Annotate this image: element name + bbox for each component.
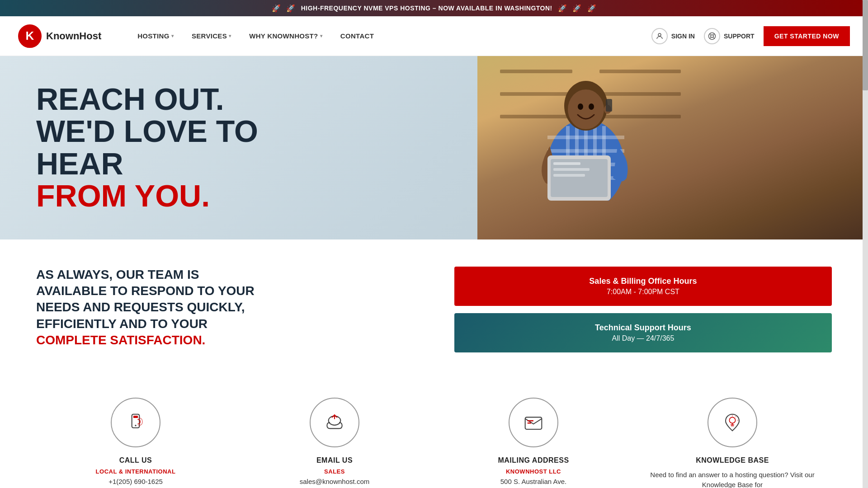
call-us-detail: +1(205) 690-1625	[108, 477, 163, 487]
announcement-text: HIGH-FREQUENCY NVME VPS HOSTING – NOW AV…	[301, 5, 552, 12]
announcement-bar: 🚀 🚀 HIGH-FREQUENCY NVME VPS HOSTING – NO…	[0, 0, 868, 16]
svg-rect-41	[528, 420, 533, 422]
knowledge-title: KNOWLEDGE BASE	[696, 456, 769, 465]
header: KnownHost HOSTING ▾ SERVICES ▾ WHY KNOWN…	[0, 16, 868, 56]
hero-line2: WE'D LOVE TO	[36, 114, 258, 148]
contact-icons-section: CALL US LOCAL & INTERNATIONAL +1(205) 69…	[0, 380, 868, 488]
svg-line-3	[710, 33, 711, 34]
hero-image	[477, 56, 868, 239]
svg-line-5	[713, 33, 714, 34]
info-cards: Sales & Billing Office Hours 7:00AM - 7:…	[454, 267, 832, 352]
nav-why-knownhost[interactable]: WHY KNOWNHOST? ▾	[240, 16, 331, 56]
nav-contact[interactable]: CONTACT	[331, 16, 383, 56]
rocket-icon-right2: 🚀	[572, 4, 582, 13]
sales-card-title: Sales & Billing Office Hours	[468, 277, 818, 286]
email-icon	[323, 411, 346, 434]
info-line2: AVAILABLE TO RESPOND TO YOUR	[36, 284, 255, 298]
nav-hosting[interactable]: HOSTING ▾	[128, 16, 183, 56]
svg-rect-9	[500, 92, 572, 96]
email-us-detail: sales@knownhost.com	[300, 477, 369, 487]
svg-rect-33	[553, 168, 590, 171]
header-actions: SIGN IN SUPPORT GET STARTED NOW	[651, 26, 850, 46]
knowledge-icon-circle	[708, 398, 757, 447]
rocket-icon-right1: 🚀	[558, 4, 567, 13]
mailing-address-item: MAILING ADDRESS KNOWNHOST LLC 500 S. Aus…	[434, 398, 633, 488]
svg-rect-10	[500, 115, 572, 118]
info-line1: AS ALWAYS, OUR TEAM IS	[36, 267, 199, 282]
svg-rect-34	[553, 174, 585, 177]
svg-line-4	[713, 37, 714, 38]
info-section: AS ALWAYS, OUR TEAM IS AVAILABLE TO RESP…	[0, 239, 868, 380]
svg-rect-36	[133, 416, 138, 418]
scrollbar[interactable]	[863, 0, 868, 488]
rocket-icon-mid: 🚀	[286, 4, 296, 13]
svg-line-48	[736, 416, 736, 417]
mail-icon	[522, 411, 545, 434]
svg-point-0	[658, 33, 661, 36]
svg-point-2	[711, 35, 713, 38]
hero-line1: REACH OUT.	[36, 82, 224, 116]
scrollbar-thumb[interactable]	[863, 0, 868, 90]
hero-heading: REACH OUT. WE'D LOVE TO HEAR FROM YOU.	[36, 83, 441, 212]
hero-line4: FROM YOU.	[36, 178, 210, 213]
sales-card: Sales & Billing Office Hours 7:00AM - 7:…	[454, 267, 832, 306]
svg-point-43	[729, 417, 735, 423]
email-us-subtitle: SALES	[324, 468, 345, 475]
mailing-title: MAILING ADDRESS	[498, 456, 569, 465]
nav-services[interactable]: SERVICES ▾	[183, 16, 240, 56]
call-us-title: CALL US	[119, 456, 152, 465]
svg-point-26	[578, 103, 583, 110]
email-us-item: EMAIL US SALES sales@knownhost.com	[235, 398, 434, 488]
knowledge-icon	[721, 411, 744, 434]
info-text-block: AS ALWAYS, OUR TEAM IS AVAILABLE TO RESP…	[36, 267, 418, 349]
svg-rect-32	[553, 162, 580, 165]
info-heading: AS ALWAYS, OUR TEAM IS AVAILABLE TO RESP…	[36, 267, 418, 349]
logo-text: KnownHost	[46, 30, 101, 42]
hero-section: REACH OUT. WE'D LOVE TO HEAR FROM YOU.	[0, 56, 868, 239]
chevron-down-icon: ▾	[229, 33, 231, 38]
svg-point-37	[135, 425, 136, 426]
tech-card-hours: All Day — 24/7/365	[468, 334, 818, 343]
svg-rect-29	[606, 99, 612, 112]
rocket-icon-left: 🚀	[272, 4, 281, 13]
email-icon-circle	[310, 398, 359, 447]
call-us-subtitle: LOCAL & INTERNATIONAL	[96, 468, 176, 475]
info-line4: EFFICIENTLY AND TO YOUR	[36, 317, 208, 331]
knowledge-detail: Need to find an answer to a hosting ques…	[642, 470, 823, 488]
info-line3: NEEDS AND REQUESTS QUICKLY,	[36, 300, 245, 314]
email-us-title: EMAIL US	[316, 456, 353, 465]
rocket-icon-right3: 🚀	[587, 4, 597, 13]
call-us-item: CALL US LOCAL & INTERNATIONAL +1(205) 69…	[36, 398, 235, 488]
knowledge-base-item: KNOWLEDGE BASE Need to find an answer to…	[633, 398, 832, 488]
svg-line-6	[710, 37, 711, 38]
mail-icon-circle	[509, 398, 558, 447]
mailing-subtitle: KNOWNHOST LLC	[506, 468, 561, 475]
svg-rect-12	[599, 92, 681, 96]
hero-person-svg	[477, 56, 694, 201]
phone-icon	[124, 411, 147, 434]
svg-point-27	[589, 103, 594, 110]
user-icon	[651, 28, 668, 44]
svg-point-25	[568, 89, 604, 129]
sign-in-button[interactable]: SIGN IN	[651, 28, 695, 44]
svg-rect-13	[599, 115, 681, 118]
logo[interactable]: KnownHost	[18, 24, 101, 48]
chevron-down-icon: ▾	[320, 33, 322, 38]
hero-text: REACH OUT. WE'D LOVE TO HEAR FROM YOU.	[0, 56, 477, 239]
svg-rect-8	[500, 70, 572, 73]
hero-line3: HEAR	[36, 146, 123, 181]
info-highlight: COMPLETE SATISFACTION.	[36, 333, 205, 347]
support-button[interactable]: SUPPORT	[704, 28, 755, 44]
mailing-detail: 500 S. Australian Ave.	[500, 477, 567, 487]
sales-card-hours: 7:00AM - 7:00PM CST	[468, 288, 818, 296]
logo-icon	[18, 24, 42, 48]
svg-rect-11	[599, 70, 681, 73]
main-nav: HOSTING ▾ SERVICES ▾ WHY KNOWNHOST? ▾ CO…	[128, 16, 651, 56]
svg-rect-42	[528, 422, 531, 424]
chevron-down-icon: ▾	[171, 33, 174, 38]
support-icon	[704, 28, 720, 44]
get-started-button[interactable]: GET STARTED NOW	[764, 26, 850, 46]
tech-card-title: Technical Support Hours	[468, 323, 818, 333]
tech-card: Technical Support Hours All Day — 24/7/3…	[454, 313, 832, 352]
phone-icon-circle	[111, 398, 160, 447]
